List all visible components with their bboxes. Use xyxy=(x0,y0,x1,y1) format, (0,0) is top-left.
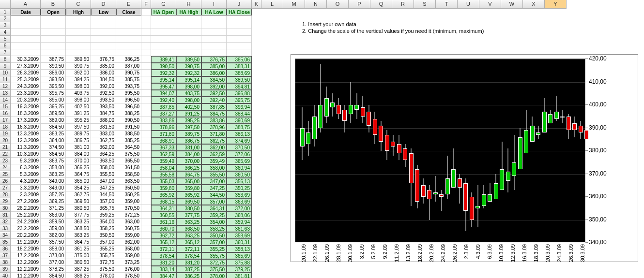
cell-J28[interactable]: 353,69 xyxy=(227,191,252,198)
cell-A33[interactable]: 23.2.2009 xyxy=(11,225,41,232)
col-header-F[interactable]: F xyxy=(141,0,151,9)
cell-G40[interactable]: 384,47 xyxy=(151,273,176,278)
cell-C17[interactable]: 395,25 xyxy=(66,117,91,124)
cell-B35[interactable]: 357,50 xyxy=(41,239,66,246)
col-header-C[interactable]: C xyxy=(66,0,91,9)
cell-D12[interactable]: 392,00 xyxy=(91,83,116,90)
col-header-G[interactable]: G xyxy=(151,0,176,9)
col-header-Q[interactable]: Q xyxy=(370,0,392,9)
cell-I33[interactable]: 358,25 xyxy=(201,225,227,232)
cell-F16[interactable] xyxy=(141,110,151,117)
cell-E31[interactable]: 372,25 xyxy=(116,212,141,219)
cell-E28[interactable]: 350,25 xyxy=(116,191,141,198)
cell-C39[interactable]: 387,25 xyxy=(66,266,91,273)
cell-D36[interactable]: 355,25 xyxy=(91,246,116,252)
cell-H27[interactable]: 359,80 xyxy=(176,185,201,191)
cell-B27[interactable]: 349,00 xyxy=(41,185,66,191)
cell-G34[interactable]: 362,72 xyxy=(151,232,176,239)
cell-E2[interactable] xyxy=(116,15,141,22)
cell-B38[interactable]: 377,00 xyxy=(41,259,66,266)
cell-G3[interactable] xyxy=(151,22,176,29)
cell-I24[interactable]: 358,00 xyxy=(201,164,227,171)
col-header-V[interactable]: V xyxy=(479,0,501,9)
cell-D20[interactable]: 362,75 xyxy=(91,137,116,144)
cell-G15[interactable]: 387,85 xyxy=(151,103,176,110)
cell-G18[interactable]: 378,96 xyxy=(151,124,176,131)
cell-J29[interactable]: 363,69 xyxy=(227,198,252,205)
cell-I2[interactable] xyxy=(201,15,227,22)
cell-D4[interactable] xyxy=(91,29,116,36)
cell-B4[interactable] xyxy=(41,29,66,36)
cell-G20[interactable]: 368,91 xyxy=(151,137,176,144)
cell-D22[interactable]: 364,25 xyxy=(91,151,116,158)
cell-C32[interactable]: 363,25 xyxy=(66,219,91,225)
cell-G32[interactable]: 361,16 xyxy=(151,219,176,225)
row-header-17[interactable]: 17 xyxy=(0,117,11,124)
cell-C19[interactable]: 389,75 xyxy=(66,131,91,137)
cell-G38[interactable]: 381,20 xyxy=(151,259,176,266)
cell-A38[interactable]: 13.2.2009 xyxy=(11,259,41,266)
cell-E27[interactable]: 350,50 xyxy=(116,185,141,191)
cell-E6[interactable] xyxy=(116,43,141,49)
col-header-W[interactable]: W xyxy=(501,0,523,9)
cell-A16[interactable]: 18.3.2009 xyxy=(11,110,41,117)
cell-D32[interactable]: 354,00 xyxy=(91,219,116,225)
cell-B18[interactable]: 384,50 xyxy=(41,124,66,131)
cell-H36[interactable]: 372,11 xyxy=(176,246,201,252)
cell-B37[interactable]: 373,00 xyxy=(41,252,66,259)
row-header-23[interactable]: 23 xyxy=(0,158,11,164)
row-header-8[interactable]: 8 xyxy=(0,56,11,63)
col-header-O[interactable]: O xyxy=(327,0,349,9)
cell-F37[interactable] xyxy=(141,252,151,259)
cell-B40[interactable]: 384,50 xyxy=(41,273,66,278)
cell-E35[interactable]: 362,00 xyxy=(116,239,141,246)
cell-I9[interactable]: 385,00 xyxy=(201,63,227,70)
row-header-30[interactable]: 30 xyxy=(0,205,11,212)
cell-H33[interactable]: 368,50 xyxy=(176,225,201,232)
cell-G29[interactable]: 368,15 xyxy=(151,198,176,205)
cell-H38[interactable]: 381,20 xyxy=(176,259,201,266)
cell-C38[interactable]: 380,50 xyxy=(66,259,91,266)
cell-C33[interactable]: 368,50 xyxy=(66,225,91,232)
cell-H4[interactable] xyxy=(176,29,201,36)
cell-B30[interactable]: 371,25 xyxy=(41,205,66,212)
cell-I30[interactable]: 364,31 xyxy=(201,205,227,212)
cell-H15[interactable]: 402,50 xyxy=(176,103,201,110)
cell-F30[interactable] xyxy=(141,205,151,212)
cell-D24[interactable]: 358,00 xyxy=(91,164,116,171)
cell-H6[interactable] xyxy=(176,43,201,49)
col-header-M[interactable]: M xyxy=(283,0,305,9)
cell-J1[interactable]: HA Close xyxy=(227,9,252,15)
row-header-29[interactable]: 29 xyxy=(0,198,11,205)
cell-E8[interactable]: 386,25 xyxy=(116,56,141,63)
cell-F4[interactable] xyxy=(141,29,151,36)
row-header-20[interactable]: 20 xyxy=(0,137,11,144)
cell-I25[interactable]: 355,50 xyxy=(201,171,227,178)
cell-I28[interactable]: 344,50 xyxy=(201,191,227,198)
row-header-40[interactable]: 40 xyxy=(0,273,11,278)
cell-I35[interactable]: 357,00 xyxy=(201,239,227,246)
row-header-38[interactable]: 38 xyxy=(0,259,11,266)
cell-E30[interactable]: 370,50 xyxy=(116,205,141,212)
cell-F7[interactable] xyxy=(141,49,151,56)
cell-I8[interactable]: 376,75 xyxy=(201,56,227,63)
cell-G5[interactable] xyxy=(151,36,176,43)
cell-D19[interactable]: 383,00 xyxy=(91,131,116,137)
cell-F26[interactable] xyxy=(141,178,151,185)
row-header-15[interactable]: 15 xyxy=(0,103,11,110)
cell-J6[interactable] xyxy=(227,43,252,49)
cell-G9[interactable]: 390,50 xyxy=(151,63,176,70)
cell-D9[interactable]: 385,00 xyxy=(91,63,116,70)
cell-E9[interactable]: 387,00 xyxy=(116,63,141,70)
cell-H40[interactable]: 386,25 xyxy=(176,273,201,278)
cell-C4[interactable] xyxy=(66,29,91,36)
cell-A11[interactable]: 25.3.2009 xyxy=(11,76,41,83)
row-header-14[interactable]: 14 xyxy=(0,97,11,103)
cell-E40[interactable]: 378,50 xyxy=(116,273,141,278)
cell-D33[interactable]: 358,25 xyxy=(91,225,116,232)
cell-J13[interactable]: 396,88 xyxy=(227,90,252,97)
cell-C2[interactable] xyxy=(66,15,91,22)
cell-E29[interactable]: 359,00 xyxy=(116,198,141,205)
cell-C14[interactable]: 398,00 xyxy=(66,97,91,103)
cell-C30[interactable]: 380,50 xyxy=(66,205,91,212)
